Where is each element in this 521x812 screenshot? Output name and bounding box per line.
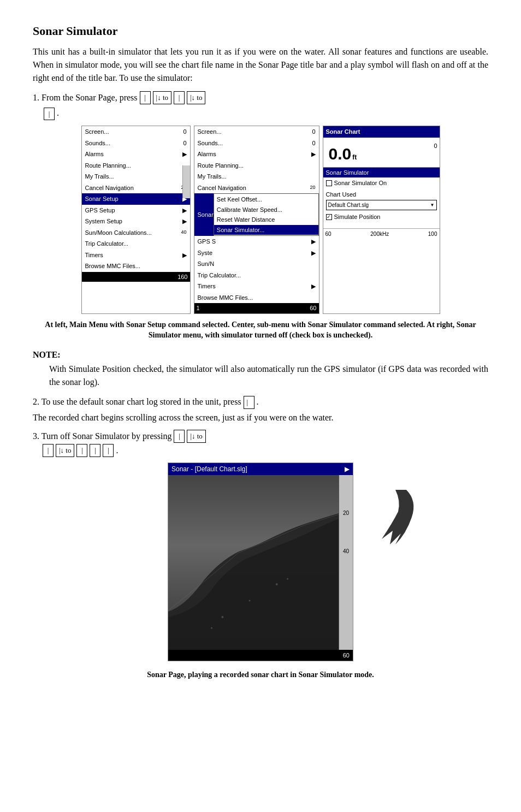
arrow-svg xyxy=(374,484,417,550)
right-scale-60: 60 xyxy=(325,230,331,238)
step1-line: 1. From the Sonar Page, press | |↓ to | … xyxy=(33,91,488,104)
sub-sonar-sim: Sonar Simulator... xyxy=(214,225,318,235)
page-title: Sonar Simulator xyxy=(33,22,488,40)
ls-right-scale: 20 40 xyxy=(339,475,353,650)
caption1: At left, Main Menu with Sonar Setup comm… xyxy=(33,319,488,341)
step3-dot: . xyxy=(116,444,118,457)
dropdown-arrow-icon: ▼ xyxy=(430,202,435,209)
c-route: Route Planning... xyxy=(194,160,319,171)
sub-reset-dist: Reset Water Distance xyxy=(214,215,318,225)
left-scroll-thumb xyxy=(182,165,190,198)
step3-section: 3. Turn off Sonar Simulator by pressing … xyxy=(33,430,488,457)
step3-key-pipe1: | xyxy=(174,430,185,443)
menu-item-alarms: Alarms▶ xyxy=(82,149,190,160)
c-trails: My Trails... xyxy=(194,171,319,182)
sonar-terrain-svg xyxy=(168,475,339,650)
sonar-depth-display: 0.0 ft xyxy=(325,139,360,166)
key-pipe-1: | xyxy=(140,91,151,104)
menu-item-timers: Timers▶ xyxy=(82,250,190,261)
center-menu-content: Screen...0 Sounds...0 Alarms▶ Route Plan… xyxy=(194,126,319,303)
center-menu-list: Screen...0 Sounds...0 Alarms▶ Route Plan… xyxy=(194,126,319,303)
ls-title-arrow-icon: ▶ xyxy=(345,464,350,474)
c-sonar-label: Sonar xyxy=(194,193,214,236)
step3-key-pipe5: | xyxy=(103,444,114,457)
c-sys: Syste▶ xyxy=(194,247,319,259)
note-label: NOTE: xyxy=(33,348,488,361)
svg-point-8 xyxy=(276,583,278,585)
step3-key-down2: |↓ to xyxy=(56,444,74,457)
step2a-text: 2. To use the default sonar chart log st… xyxy=(33,397,241,406)
menu-item-trails: My Trails... xyxy=(82,171,190,182)
c-sonar-row: Sonar Set Keel Offset... Calibrate Water… xyxy=(194,193,319,236)
menu-item-screen: Screen...0 xyxy=(82,126,190,138)
c-sounds: Sounds...0 xyxy=(194,138,319,149)
simulate-pos-checkbox xyxy=(326,214,332,220)
step3-key-down1: |↓ to xyxy=(187,430,205,443)
c-gps: GPS S▶ xyxy=(194,236,319,247)
step1-prefix: 1. From the Sonar Page, press xyxy=(33,91,138,104)
right-bottom-bar: 60 200kHz 100 xyxy=(323,228,440,239)
key-down-1: |↓ to xyxy=(153,91,171,104)
step2-key-pipe: | xyxy=(244,396,254,409)
step3-key-pipe4: | xyxy=(90,444,100,457)
key-pipe-inline: | xyxy=(44,108,55,121)
step3-line1: 3. Turn off Sonar Simulator by pressing … xyxy=(33,430,488,443)
sonar-sim-title: Sonar Simulator xyxy=(323,168,440,178)
step3-prefix: 3. Turn off Sonar Simulator by pressing xyxy=(33,430,171,443)
large-sonar-screenshot: Sonar - [Default Chart.slg] ▶ 47.4 ft 47… xyxy=(168,463,353,662)
chart-dropdown: Default Chart.slg ▼ xyxy=(326,200,437,210)
ls-scale-20-bar: 20 xyxy=(343,509,349,517)
menu-item-sounds: Sounds...0 xyxy=(82,138,190,149)
c-alarms: Alarms▶ xyxy=(194,149,319,160)
left-menu-screenshot: Screen...0 Sounds...0 Alarms▶ Route Plan… xyxy=(81,126,191,314)
c-browse: Browse MMC Files... xyxy=(194,292,319,304)
sub-set-keel: Set Keel Offset... xyxy=(214,194,318,205)
menu-item-gps-setup: GPS Setup▶ xyxy=(82,205,190,216)
step2-line: 2. To use the default sonar chart log st… xyxy=(33,395,488,409)
key-down-2: |↓ to xyxy=(187,91,205,104)
c-sun: Sun/N xyxy=(194,258,319,270)
right-bottom-num: 100 xyxy=(428,230,437,238)
right-sonar-screenshot: Sonar Chart 0.0 ft 0 Sonar Simulator Son… xyxy=(323,126,440,314)
step2-dot: . xyxy=(257,397,259,406)
ls-bottom-bar: 60 xyxy=(168,650,353,661)
key-pipe-2: | xyxy=(174,91,185,104)
svg-point-10 xyxy=(287,578,288,579)
intro-paragraph: This unit has a built-in simulator that … xyxy=(33,45,488,85)
note-body: With Simulate Position checked, the simu… xyxy=(49,363,488,389)
menu-item-cancel-nav: Cancel Navigation20 xyxy=(82,182,190,194)
large-sonar-wrap: Sonar - [Default Chart.slg] ▶ 47.4 ft 47… xyxy=(33,463,488,662)
step2b-line: The recorded chart begins scrolling acro… xyxy=(33,411,488,424)
ls-content: 47.4 ft 47.9° 0 20 40 xyxy=(168,475,353,650)
dot-1: . xyxy=(57,108,59,117)
menu-item-sun-moon: Sun/Moon Calculations...40 xyxy=(82,227,190,239)
menu-item-system-setup: System Setup▶ xyxy=(82,216,190,227)
sonar-sim-checkbox xyxy=(326,180,332,186)
ls-title-text: Sonar - [Default Chart.slg] xyxy=(171,464,247,474)
step3-key-pipe2: | xyxy=(43,444,54,457)
sub-calib-water: Calibrate Water Speed... xyxy=(214,205,318,215)
ls-bottom-num: 60 xyxy=(343,651,350,660)
left-menu-bottom: 160 xyxy=(82,272,190,282)
menu-item-browse: Browse MMC Files... xyxy=(82,260,190,272)
ls-title-bar: Sonar - [Default Chart.slg] ▶ xyxy=(168,463,353,475)
chart-used-label: Chart Used xyxy=(323,189,440,199)
c-submenu: Set Keel Offset... Calibrate Water Speed… xyxy=(214,193,319,236)
svg-point-9 xyxy=(211,627,212,629)
c-trip: Trip Calculator... xyxy=(194,270,319,281)
c-cancel-nav: Cancel Navigation20 xyxy=(194,182,319,194)
final-caption: Sonar Page, playing a recorded sonar cha… xyxy=(33,669,488,680)
center-menu-screenshot: Screen...0 Sounds...0 Alarms▶ Route Plan… xyxy=(194,126,319,314)
ls-scale-40-bar: 40 xyxy=(343,547,349,555)
right-top-num: 0 xyxy=(434,139,437,151)
svg-point-6 xyxy=(221,616,223,618)
step3-line2: | |↓ to | | | . xyxy=(43,444,488,457)
sonar-sim-on-row: Sonar Simulator On xyxy=(323,177,440,189)
sonar-simulator-section: Sonar Simulator Sonar Simulator On Chart… xyxy=(323,167,440,223)
c-screen: Screen...0 xyxy=(194,126,319,138)
step3-key-pipe3: | xyxy=(76,444,87,457)
menu-item-route: Route Planning... xyxy=(82,160,190,171)
svg-point-7 xyxy=(249,600,251,601)
sonar-chart-title: Sonar Chart xyxy=(323,126,440,138)
menu-item-trip-calc: Trip Calculator... xyxy=(82,238,190,250)
